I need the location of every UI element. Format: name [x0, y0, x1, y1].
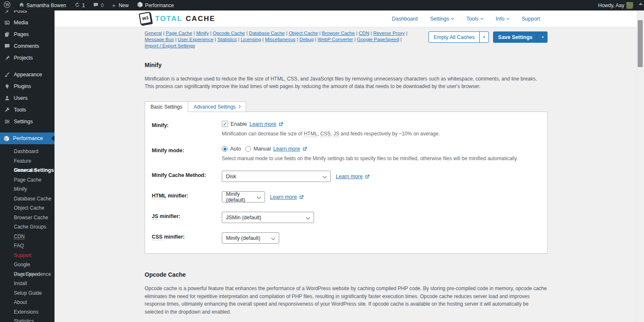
bc-statistics[interactable]: Statistics	[218, 37, 237, 42]
submenu-item-google-pagespeed[interactable]: Google PageSpeed	[0, 260, 55, 270]
bc-licensing[interactable]: Licensing	[241, 37, 261, 42]
new-label: New	[119, 3, 129, 8]
bc-message-bus[interactable]: Message Bus	[145, 37, 174, 42]
bc-import-export[interactable]: Import / Export Settings	[145, 43, 195, 48]
breadcrumb-separator: |	[210, 31, 211, 36]
bc-cdn[interactable]: CDN	[359, 31, 369, 36]
wp-logo-menu[interactable]	[0, 0, 14, 10]
submenu-item-minify[interactable]: Minify	[0, 184, 55, 194]
manual-radio-label: Manual	[254, 146, 271, 152]
sidebar-item-projects[interactable]: Projects	[0, 52, 55, 64]
minify-enable-label: Minify:	[152, 121, 222, 137]
nav-support[interactable]: Support	[522, 16, 540, 22]
submenu-item-database-cache[interactable]: Database Cache	[0, 194, 55, 204]
minify-mode-manual-radio[interactable]	[245, 146, 251, 152]
updates-menu[interactable]: 1	[71, 0, 89, 10]
bc-page-cache[interactable]: Page Cache	[166, 31, 192, 36]
submenu-item-extensions[interactable]: Extensions	[0, 307, 55, 317]
sidebar-item-posts[interactable]: Posts	[0, 10, 55, 17]
save-settings-dropdown-toggle[interactable]: ▼	[538, 31, 548, 43]
tab-advanced-settings[interactable]: Advanced Settings	[188, 101, 246, 112]
submenu-item-dashboard[interactable]: Dashboard	[0, 147, 55, 156]
submenu-item-statistics[interactable]: Statistics	[0, 317, 55, 322]
minify-cache-method-select[interactable]: Disk	[222, 171, 331, 182]
nav-tools[interactable]: Tools	[466, 16, 483, 22]
external-link-icon	[365, 174, 370, 179]
bc-debug[interactable]: Debug	[299, 37, 314, 42]
avatar	[626, 2, 633, 9]
breadcrumb-separator: |	[246, 31, 247, 36]
submenu-item-about[interactable]: About	[0, 298, 55, 307]
comments-menu[interactable]: 0	[89, 0, 107, 10]
bc-opcode-cache[interactable]: Opcode Cache	[213, 31, 245, 36]
tab-basic-settings[interactable]: Basic Settings	[145, 101, 188, 112]
sidebar-item-tools[interactable]: Tools	[0, 104, 55, 116]
bc-webp-converter[interactable]: WebP Converter	[318, 37, 353, 42]
minify-mode-auto-radio[interactable]	[222, 146, 228, 152]
bc-google-pagespeed[interactable]: Google PageSpeed	[357, 37, 399, 42]
sidebar-item-media[interactable]: Media	[0, 17, 55, 29]
submenu-item-object-cache[interactable]: Object Cache	[0, 203, 55, 213]
nav-settings[interactable]: Settings	[430, 16, 454, 22]
submenu-item-setup-guide[interactable]: Setup Guide	[0, 288, 55, 298]
bc-miscellaneous[interactable]: Miscellaneous	[265, 37, 296, 42]
minify-enable-row: Minify: ✓ Enable Learn more Minification…	[152, 116, 540, 141]
breadcrumb-separator: |	[262, 37, 264, 42]
submenu-item-cdn[interactable]: CDN	[0, 232, 55, 242]
menu-separator	[0, 64, 55, 69]
html-minifier-learn-more-link[interactable]: Learn more	[270, 194, 304, 200]
bc-user-experience[interactable]: User Experience	[178, 37, 213, 42]
my-account-menu[interactable]: Howdy, Aay	[595, 0, 633, 10]
site-name-label: Samantha Bowen	[26, 3, 66, 8]
scrollbar-up-arrow-icon[interactable]	[639, 3, 643, 5]
external-link-icon	[302, 146, 307, 151]
menu-separator	[0, 127, 55, 132]
performance-admin-bar-menu[interactable]: Performance	[133, 0, 178, 10]
sidebar-item-users[interactable]: Users	[0, 92, 55, 104]
bc-general[interactable]: General	[145, 31, 162, 36]
new-content-menu[interactable]: + New	[108, 0, 132, 10]
submenu-item-page-cache[interactable]: Page Cache	[0, 175, 55, 185]
plus-icon: +	[112, 2, 116, 8]
sidebar-item-label: Pages	[14, 31, 29, 37]
submenu-item-faq[interactable]: FAQ	[0, 241, 55, 251]
submenu-item-feature-showcase[interactable]: Feature Showcase	[0, 156, 55, 166]
submenu-item-cache-groups[interactable]: Cache Groups	[0, 222, 55, 232]
nav-info[interactable]: Info	[496, 16, 509, 22]
minify-cache-method-label: Minify Cache Method:	[152, 171, 222, 182]
empty-all-caches-button[interactable]: Empty All Caches ▼	[428, 31, 489, 43]
sidebar-item-plugins[interactable]: Plugins	[0, 80, 55, 92]
html-minifier-select[interactable]: Minify (default)	[222, 191, 265, 203]
submenu-item-general-settings[interactable]: General Settings	[0, 166, 55, 175]
bc-object-cache[interactable]: Object Cache	[289, 31, 318, 36]
bc-reverse-proxy[interactable]: Reverse Proxy	[373, 31, 405, 36]
scrollbar-thumb[interactable]	[638, 20, 643, 67]
empty-caches-dropdown-toggle[interactable]: ▼	[479, 32, 488, 42]
submenu-item-user-experience[interactable]: User Experience	[0, 270, 55, 279]
page-scrollbar[interactable]	[637, 0, 644, 322]
sidebar-item-settings[interactable]: Settings	[0, 116, 55, 127]
minify-enable-learn-more-link[interactable]: Learn more	[249, 121, 283, 127]
save-settings-button[interactable]: Save Settings ▼	[493, 31, 548, 43]
submenu-item-browser-cache[interactable]: Browser Cache	[0, 213, 55, 223]
sidebar-item-appearance[interactable]: Appearance	[0, 69, 55, 80]
minify-section-description: Minification is a technique used to redu…	[145, 75, 548, 91]
wrench-icon	[4, 107, 10, 113]
sidebar-item-comments[interactable]: Comments	[0, 40, 55, 52]
sidebar-item-performance[interactable]: Performance	[0, 132, 55, 144]
nav-dashboard[interactable]: Dashboard	[392, 16, 418, 22]
bc-minify[interactable]: Minify	[196, 31, 209, 36]
minify-enable-checkbox[interactable]: ✓	[222, 121, 228, 127]
sidebar-item-label: Users	[14, 95, 28, 101]
updates-count: 1	[82, 3, 85, 8]
submenu-item-support[interactable]: Support	[0, 251, 55, 260]
cache-method-learn-more-link[interactable]: Learn more	[336, 174, 370, 179]
bc-browser-cache[interactable]: Browser Cache	[322, 31, 355, 36]
minify-mode-learn-more-link[interactable]: Learn more	[273, 146, 307, 152]
submenu-item-install[interactable]: Install	[0, 279, 55, 288]
site-name-menu[interactable]: Samantha Bowen	[15, 0, 70, 10]
sidebar-item-pages[interactable]: Pages	[0, 29, 55, 40]
js-minifier-select[interactable]: JSMin (default)	[222, 212, 314, 223]
bc-database-cache[interactable]: Database Cache	[249, 31, 285, 36]
css-minifier-select[interactable]: Minify (default)	[222, 232, 279, 244]
